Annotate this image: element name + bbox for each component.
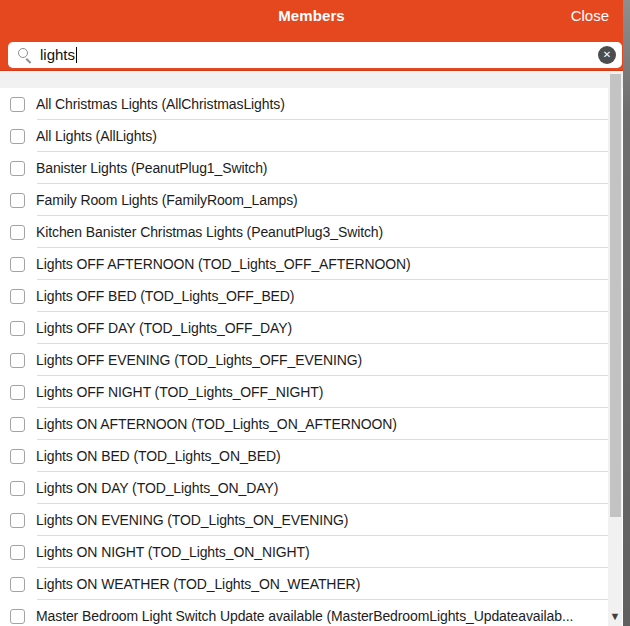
member-checkbox[interactable] bbox=[10, 289, 25, 304]
member-row[interactable]: Lights OFF NIGHT (TOD_Lights_OFF_NIGHT) bbox=[0, 376, 623, 408]
text-caret bbox=[76, 47, 77, 63]
list-top-strip bbox=[0, 71, 623, 88]
members-dialog-window: Members Close lights ✕ All Christmas Lig… bbox=[0, 0, 630, 626]
member-row[interactable]: Lights ON WEATHER (TOD_Lights_ON_WEATHER… bbox=[0, 568, 623, 600]
member-label: Lights ON AFTERNOON (TOD_Lights_ON_AFTER… bbox=[36, 416, 397, 432]
member-row[interactable]: Banister Lights (PeanutPlug1_Switch) bbox=[0, 152, 623, 184]
member-checkbox[interactable] bbox=[10, 609, 25, 624]
magnifier-icon bbox=[18, 48, 28, 58]
member-row[interactable]: Kitchen Banister Christmas Lights (Peanu… bbox=[0, 216, 623, 248]
scroll-down-arrow-icon[interactable]: ▼ bbox=[608, 610, 622, 624]
member-row[interactable]: Lights OFF AFTERNOON (TOD_Lights_OFF_AFT… bbox=[0, 248, 623, 280]
member-label: All Lights (AllLights) bbox=[36, 128, 157, 144]
member-checkbox[interactable] bbox=[10, 129, 25, 144]
member-row[interactable]: Lights ON DAY (TOD_Lights_ON_DAY) bbox=[0, 472, 623, 504]
member-checkbox[interactable] bbox=[10, 481, 25, 496]
member-checkbox[interactable] bbox=[10, 385, 25, 400]
member-checkbox[interactable] bbox=[10, 545, 25, 560]
member-label: Lights OFF DAY (TOD_Lights_OFF_DAY) bbox=[36, 320, 292, 336]
window-edge-strip bbox=[623, 0, 630, 626]
member-row[interactable]: Lights OFF BED (TOD_Lights_OFF_BED) bbox=[0, 280, 623, 312]
member-checkbox[interactable] bbox=[10, 449, 25, 464]
member-label: All Christmas Lights (AllChristmasLights… bbox=[36, 96, 285, 112]
member-label: Lights OFF EVENING (TOD_Lights_OFF_EVENI… bbox=[36, 352, 362, 368]
member-label: Banister Lights (PeanutPlug1_Switch) bbox=[36, 160, 267, 176]
dialog-title: Members bbox=[0, 7, 623, 24]
member-label: Lights ON WEATHER (TOD_Lights_ON_WEATHER… bbox=[36, 576, 360, 592]
member-checkbox[interactable] bbox=[10, 321, 25, 336]
member-checkbox[interactable] bbox=[10, 577, 25, 592]
member-row[interactable]: Lights OFF DAY (TOD_Lights_OFF_DAY) bbox=[0, 312, 623, 344]
member-row[interactable]: Lights ON AFTERNOON (TOD_Lights_ON_AFTER… bbox=[0, 408, 623, 440]
member-checkbox[interactable] bbox=[10, 193, 25, 208]
member-label: Lights ON BED (TOD_Lights_ON_BED) bbox=[36, 448, 281, 464]
member-row[interactable]: Lights OFF EVENING (TOD_Lights_OFF_EVENI… bbox=[0, 344, 623, 376]
clear-search-icon[interactable]: ✕ bbox=[598, 46, 616, 64]
member-label: Lights ON EVENING (TOD_Lights_ON_EVENING… bbox=[36, 512, 348, 528]
search-input[interactable]: lights ✕ bbox=[8, 42, 622, 68]
member-label: Family Room Lights (FamilyRoom_Lamps) bbox=[36, 192, 298, 208]
member-row[interactable]: Master Bedroom Light Switch Update avail… bbox=[0, 600, 623, 626]
member-row[interactable]: Family Room Lights (FamilyRoom_Lamps) bbox=[0, 184, 623, 216]
scrollbar-thumb[interactable] bbox=[610, 74, 621, 517]
member-label: Lights ON NIGHT (TOD_Lights_ON_NIGHT) bbox=[36, 544, 310, 560]
member-checkbox[interactable] bbox=[10, 353, 25, 368]
member-checkbox[interactable] bbox=[10, 225, 25, 240]
dialog-header: Members Close lights ✕ bbox=[0, 0, 623, 71]
member-row[interactable]: Lights ON NIGHT (TOD_Lights_ON_NIGHT) bbox=[0, 536, 623, 568]
member-label: Lights OFF BED (TOD_Lights_OFF_BED) bbox=[36, 288, 294, 304]
member-label: Lights OFF AFTERNOON (TOD_Lights_OFF_AFT… bbox=[36, 256, 411, 272]
member-label: Lights ON DAY (TOD_Lights_ON_DAY) bbox=[36, 480, 278, 496]
member-checkbox[interactable] bbox=[10, 417, 25, 432]
member-label: Lights OFF NIGHT (TOD_Lights_OFF_NIGHT) bbox=[36, 384, 323, 400]
scrollbar-track[interactable]: ▼ bbox=[608, 71, 622, 626]
member-row[interactable]: Lights ON BED (TOD_Lights_ON_BED) bbox=[0, 440, 623, 472]
member-label: Master Bedroom Light Switch Update avail… bbox=[36, 608, 573, 624]
member-checkbox[interactable] bbox=[10, 97, 25, 112]
member-label: Kitchen Banister Christmas Lights (Peanu… bbox=[36, 224, 383, 240]
members-dialog: Members Close lights ✕ All Christmas Lig… bbox=[0, 0, 623, 626]
member-row[interactable]: All Christmas Lights (AllChristmasLights… bbox=[0, 88, 623, 120]
close-button[interactable]: Close bbox=[571, 7, 609, 24]
member-row[interactable]: Lights ON EVENING (TOD_Lights_ON_EVENING… bbox=[0, 504, 623, 536]
member-checkbox[interactable] bbox=[10, 257, 25, 272]
search-value: lights bbox=[40, 46, 77, 63]
member-checkbox[interactable] bbox=[10, 161, 25, 176]
member-checkbox[interactable] bbox=[10, 513, 25, 528]
members-list: All Christmas Lights (AllChristmasLights… bbox=[0, 88, 623, 626]
member-row[interactable]: All Lights (AllLights) bbox=[0, 120, 623, 152]
